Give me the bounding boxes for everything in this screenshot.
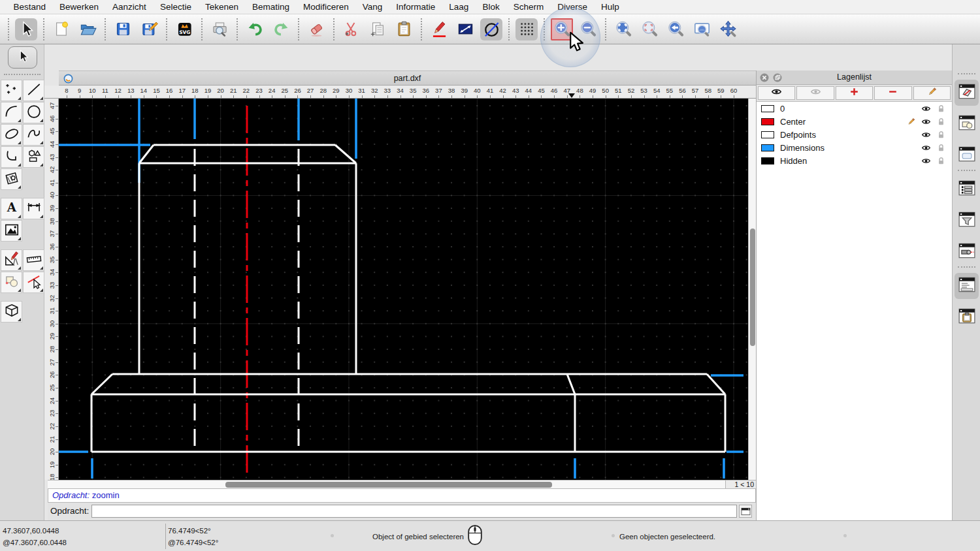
select-arrow-button[interactable] bbox=[15, 18, 37, 40]
menu-item-selectie[interactable]: Selectie bbox=[153, 0, 198, 14]
circle-tool-button[interactable] bbox=[23, 102, 44, 123]
layer-list-panel-button[interactable] bbox=[955, 80, 979, 106]
zoom-window-button[interactable] bbox=[638, 18, 661, 40]
clipboard-panel-button[interactable] bbox=[955, 304, 979, 330]
zoom-auto-button[interactable] bbox=[612, 18, 634, 40]
command-line-panel-button[interactable] bbox=[955, 273, 979, 299]
open-folder-button[interactable] bbox=[76, 18, 99, 40]
zoom-out-button[interactable] bbox=[577, 18, 599, 40]
layer-visibility-icon[interactable] bbox=[921, 156, 932, 166]
redo-icon bbox=[272, 20, 290, 38]
shapes-tool-button[interactable] bbox=[23, 146, 44, 168]
menu-item-diverse[interactable]: Diverse bbox=[551, 0, 595, 14]
layer-visibility-icon[interactable] bbox=[921, 104, 932, 114]
document-tab-bar[interactable]: part.dxf bbox=[59, 71, 756, 86]
image-tool-button[interactable] bbox=[1, 220, 22, 242]
svg-export-button[interactable]: SVG bbox=[173, 18, 195, 40]
zoom-pan-button[interactable] bbox=[717, 18, 739, 40]
measure-tool-button[interactable] bbox=[23, 249, 44, 271]
delete-eraser-button[interactable] bbox=[305, 18, 327, 40]
menu-item-informatie[interactable]: Informatie bbox=[389, 0, 442, 14]
layer-visibility-icon[interactable] bbox=[921, 130, 932, 140]
relative-polar-coordinate: @76.4749<52° bbox=[168, 539, 218, 546]
pen-settings-panel-button[interactable] bbox=[955, 239, 979, 265]
layer-row-defpoints[interactable]: Defpoints bbox=[757, 128, 952, 141]
command-input[interactable] bbox=[91, 505, 737, 518]
command-options-button[interactable] bbox=[739, 505, 752, 518]
hatch-tool-button[interactable] bbox=[1, 168, 22, 190]
dimension-arrow-button[interactable] bbox=[454, 18, 476, 40]
text-tool-button[interactable]: A bbox=[1, 198, 22, 219]
eye-visible-button[interactable] bbox=[758, 86, 795, 100]
menu-item-bemating[interactable]: Bemating bbox=[245, 0, 296, 14]
vertical-scrollbar[interactable] bbox=[748, 99, 756, 480]
horizontal-scrollbar-thumb[interactable] bbox=[225, 482, 552, 488]
layer-lock-icon[interactable] bbox=[936, 104, 947, 114]
edit-layer-button[interactable] bbox=[913, 86, 951, 100]
layer-row-dimensions[interactable]: Dimensions bbox=[757, 141, 952, 154]
layer-panel-header[interactable]: Lagenlijst bbox=[757, 71, 952, 85]
undo-button[interactable] bbox=[244, 18, 266, 40]
solid-tool-button[interactable] bbox=[1, 301, 22, 323]
layer-lock-icon[interactable] bbox=[936, 117, 947, 127]
menu-item-hulp[interactable]: Hulp bbox=[594, 0, 626, 14]
layer-visibility-icon[interactable] bbox=[921, 143, 932, 153]
save-button[interactable] bbox=[112, 18, 134, 40]
print-preview-button[interactable] bbox=[208, 18, 231, 40]
copy-button[interactable] bbox=[367, 18, 389, 40]
paste-button[interactable] bbox=[393, 18, 415, 40]
line-tool-button[interactable] bbox=[23, 80, 44, 101]
document-title: part.dxf bbox=[59, 71, 756, 86]
dimension-tool-button[interactable] bbox=[23, 198, 44, 219]
layer-lock-icon[interactable] bbox=[936, 143, 947, 153]
block-list-panel-button[interactable] bbox=[955, 111, 979, 137]
svg-export-icon: SVG bbox=[176, 20, 193, 38]
zoom-view-button[interactable] bbox=[691, 18, 713, 40]
save-as-button[interactable] bbox=[138, 18, 160, 40]
menu-item-tekenen[interactable]: Tekenen bbox=[198, 0, 245, 14]
menu-item-scherm[interactable]: Scherm bbox=[506, 0, 551, 14]
new-file-button[interactable] bbox=[50, 18, 73, 40]
layer-row-center[interactable]: Center bbox=[757, 115, 952, 128]
layer-lock-icon[interactable] bbox=[936, 130, 947, 140]
construction-tool-button[interactable] bbox=[1, 249, 22, 271]
drawing-canvas[interactable] bbox=[59, 99, 748, 480]
menu-item-laag[interactable]: Laag bbox=[442, 0, 476, 14]
zoom-previous-button[interactable] bbox=[664, 18, 687, 40]
horizontal-scrollbar[interactable]: 1 < 10 bbox=[48, 480, 756, 488]
eye-hidden-button[interactable] bbox=[796, 86, 834, 100]
menu-item-modificeren[interactable]: Modificeren bbox=[297, 0, 356, 14]
zoom-in-button[interactable] bbox=[551, 18, 573, 40]
redo-button[interactable] bbox=[270, 18, 292, 40]
polyline-tool-button[interactable] bbox=[1, 146, 22, 168]
circle-slash-icon bbox=[483, 20, 500, 38]
layer-visibility-icon[interactable] bbox=[921, 117, 932, 127]
menu-item-bewerken[interactable]: Bewerken bbox=[53, 0, 106, 14]
layer-lock-icon[interactable] bbox=[936, 156, 947, 166]
library-browser-panel-button[interactable] bbox=[955, 142, 979, 168]
close-icon[interactable] bbox=[760, 73, 769, 82]
spline-tool-button[interactable] bbox=[23, 124, 44, 146]
menu-item-aanzicht[interactable]: Aanzicht bbox=[106, 0, 154, 14]
points-tool-button[interactable] bbox=[1, 80, 22, 101]
menu-item-vang[interactable]: Vang bbox=[355, 0, 389, 14]
select-entity-tool-button[interactable] bbox=[23, 272, 44, 293]
float-panel-icon[interactable] bbox=[773, 73, 782, 82]
selection-status-text: Geen objecten geselecteerd. bbox=[619, 533, 715, 541]
remove-layer-button[interactable] bbox=[874, 86, 911, 100]
circle-slash-button[interactable] bbox=[480, 18, 502, 40]
ellipse-tool-button[interactable] bbox=[1, 124, 22, 146]
menu-item-bestand[interactable]: Bestand bbox=[7, 0, 53, 14]
add-layer-button[interactable] bbox=[836, 86, 873, 100]
cut-button[interactable] bbox=[340, 18, 363, 40]
layer-row-hidden[interactable]: Hidden bbox=[757, 154, 952, 167]
draw-pencil-button[interactable] bbox=[428, 18, 450, 40]
property-editor-panel-button[interactable] bbox=[955, 176, 979, 202]
vertical-scrollbar-thumb[interactable] bbox=[750, 228, 755, 346]
arc-tool-button[interactable] bbox=[1, 102, 22, 123]
selection-filter-panel-button[interactable] bbox=[955, 208, 979, 234]
modify-tool-button[interactable] bbox=[1, 272, 22, 293]
layer-row-0[interactable]: 0 bbox=[757, 102, 952, 115]
grid-toggle-button[interactable] bbox=[515, 18, 538, 40]
menu-item-blok[interactable]: Blok bbox=[476, 0, 506, 14]
